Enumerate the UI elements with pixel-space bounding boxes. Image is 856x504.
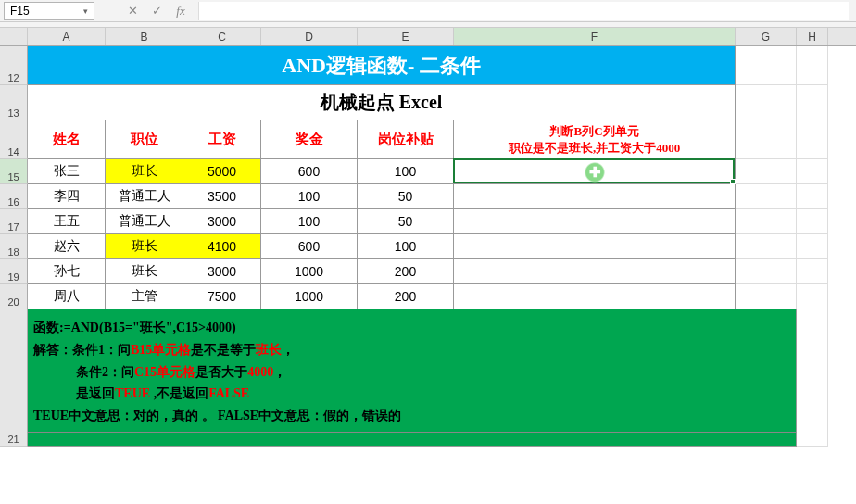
cell-D16[interactable]: 100 bbox=[261, 184, 358, 209]
row-header-13[interactable]: 13 bbox=[0, 85, 28, 120]
cell-E20[interactable]: 200 bbox=[358, 284, 454, 309]
cell-B19[interactable]: 班长 bbox=[106, 259, 183, 284]
cell-F18[interactable] bbox=[454, 234, 736, 259]
cell-G19[interactable] bbox=[736, 259, 797, 284]
cell-C18[interactable]: 4100 bbox=[183, 234, 261, 259]
header-allowance: 岗位补贴 bbox=[358, 120, 454, 159]
row-header-14[interactable]: 14 bbox=[0, 120, 28, 159]
name-box-dropdown-icon[interactable]: ▾ bbox=[79, 5, 92, 18]
explain-line5: TEUE中文意思：对的，真的 。 FALSE中文意思：假的，错误的 bbox=[33, 405, 790, 427]
cell-G13[interactable] bbox=[736, 85, 797, 120]
cell-C15[interactable]: 5000 bbox=[183, 159, 261, 184]
explain-line2: 解答：条件1：问B15单元格是不是等于班长， bbox=[33, 339, 790, 361]
cell-G12[interactable] bbox=[736, 46, 797, 85]
fx-icon[interactable]: fx bbox=[170, 2, 191, 20]
cell-D15[interactable]: 600 bbox=[261, 159, 358, 184]
cell-F19[interactable] bbox=[454, 259, 736, 284]
cell-C19[interactable]: 3000 bbox=[183, 259, 261, 284]
row-header-12[interactable]: 12 bbox=[0, 46, 28, 85]
col-header-E[interactable]: E bbox=[358, 28, 454, 45]
header-judge-line1: 判断B列C列单元 bbox=[549, 123, 638, 140]
cell-F16[interactable] bbox=[454, 184, 736, 209]
cell-C20[interactable]: 7500 bbox=[183, 284, 261, 309]
col-header-F[interactable]: F bbox=[454, 28, 736, 45]
explanation-divider bbox=[28, 432, 796, 433]
name-box[interactable]: F15 ▾ bbox=[4, 2, 94, 20]
row-header-20[interactable]: 20 bbox=[0, 284, 28, 309]
subtitle: 机械起点 Excel bbox=[28, 85, 736, 120]
cell-B15[interactable]: 班长 bbox=[106, 159, 183, 184]
cell-E16[interactable]: 50 bbox=[358, 184, 454, 209]
cell-E17[interactable]: 50 bbox=[358, 209, 454, 234]
explain-line1: 函数:=AND(B15="班长",C15>4000) bbox=[33, 317, 790, 339]
cell-G18[interactable] bbox=[736, 234, 797, 259]
select-all-corner[interactable] bbox=[0, 28, 28, 45]
name-box-value: F15 bbox=[10, 5, 30, 18]
cell-A16[interactable]: 李四 bbox=[28, 184, 106, 209]
header-name: 姓名 bbox=[28, 120, 106, 159]
col-header-A[interactable]: A bbox=[28, 28, 106, 45]
explanation-block: 函数:=AND(B15="班长",C15>4000) 解答：条件1：问B15单元… bbox=[28, 309, 797, 447]
col-header-C[interactable]: C bbox=[183, 28, 261, 45]
cell-G15[interactable] bbox=[736, 159, 797, 184]
cell-D18[interactable]: 600 bbox=[261, 234, 358, 259]
col-header-H[interactable]: H bbox=[797, 28, 828, 45]
cell-E15[interactable]: 100 bbox=[358, 159, 454, 184]
formula-bar-buttons: ✕ ✓ fx bbox=[122, 2, 191, 20]
cell-D19[interactable]: 1000 bbox=[261, 259, 358, 284]
cell-E19[interactable]: 200 bbox=[358, 259, 454, 284]
header-bonus: 奖金 bbox=[261, 120, 358, 159]
spreadsheet-grid[interactable]: 12 AND逻辑函数- 二条件 13 机械起点 Excel 14 姓名 职位 工… bbox=[0, 46, 856, 447]
cell-F20[interactable] bbox=[454, 284, 736, 309]
cell-H13[interactable] bbox=[797, 85, 828, 120]
cell-G16[interactable] bbox=[736, 184, 797, 209]
cell-G20[interactable] bbox=[736, 284, 797, 309]
row-header-15[interactable]: 15 bbox=[0, 159, 28, 184]
row-header-19[interactable]: 19 bbox=[0, 259, 28, 284]
formula-bar-row: F15 ▾ ✕ ✓ fx bbox=[0, 0, 856, 22]
formula-cancel-button[interactable]: ✕ bbox=[122, 2, 143, 20]
cell-H21[interactable] bbox=[797, 309, 828, 447]
cell-A15[interactable]: 张三 bbox=[28, 159, 106, 184]
cell-A18[interactable]: 赵六 bbox=[28, 234, 106, 259]
formula-confirm-button[interactable]: ✓ bbox=[146, 2, 167, 20]
row-header-17[interactable]: 17 bbox=[0, 209, 28, 234]
cell-G14[interactable] bbox=[736, 120, 797, 159]
cell-B16[interactable]: 普通工人 bbox=[106, 184, 183, 209]
header-judge-line2: 职位是不是班长,并工资大于4000 bbox=[509, 140, 680, 157]
col-header-B[interactable]: B bbox=[106, 28, 183, 45]
cell-G17[interactable] bbox=[736, 209, 797, 234]
cell-H17[interactable] bbox=[797, 209, 828, 234]
cell-H12[interactable] bbox=[797, 46, 828, 85]
header-judge: 判断B列C列单元 职位是不是班长,并工资大于4000 bbox=[454, 120, 736, 159]
explain-line3: 条件2：问C15单元格是否大于4000， bbox=[33, 361, 790, 384]
cell-H14[interactable] bbox=[797, 120, 828, 159]
cell-H15[interactable] bbox=[797, 159, 828, 184]
cell-H19[interactable] bbox=[797, 259, 828, 284]
row-header-16[interactable]: 16 bbox=[0, 184, 28, 209]
cell-H16[interactable] bbox=[797, 184, 828, 209]
cell-B20[interactable]: 主管 bbox=[106, 284, 183, 309]
explain-line4: 是返回TEUE ,不是返回FALSE bbox=[33, 383, 790, 405]
cursor-plus-icon: ✚ bbox=[585, 162, 605, 183]
cell-D20[interactable]: 1000 bbox=[261, 284, 358, 309]
cell-H18[interactable] bbox=[797, 234, 828, 259]
cell-A20[interactable]: 周八 bbox=[28, 284, 106, 309]
formula-input[interactable] bbox=[198, 2, 849, 20]
cell-C16[interactable]: 3500 bbox=[183, 184, 261, 209]
cell-B17[interactable]: 普通工人 bbox=[106, 209, 183, 234]
cell-H20[interactable] bbox=[797, 284, 828, 309]
col-header-G[interactable]: G bbox=[736, 28, 797, 45]
cell-B18[interactable]: 班长 bbox=[106, 234, 183, 259]
cell-D17[interactable]: 100 bbox=[261, 209, 358, 234]
cell-C17[interactable]: 3000 bbox=[183, 209, 261, 234]
row-header-18[interactable]: 18 bbox=[0, 234, 28, 259]
cell-A17[interactable]: 王五 bbox=[28, 209, 106, 234]
cell-E18[interactable]: 100 bbox=[358, 234, 454, 259]
cell-F17[interactable] bbox=[454, 209, 736, 234]
col-header-D[interactable]: D bbox=[261, 28, 358, 45]
cell-A19[interactable]: 孙七 bbox=[28, 259, 106, 284]
header-salary: 工资 bbox=[183, 120, 261, 159]
header-position: 职位 bbox=[106, 120, 183, 159]
row-header-21[interactable]: 21 bbox=[0, 309, 28, 447]
